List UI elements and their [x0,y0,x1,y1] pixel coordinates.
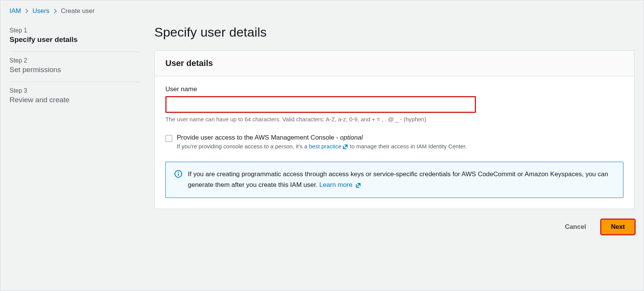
wizard-steps: Step 1 Specify user details Step 2 Set p… [10,22,139,234]
chevron-right-icon [25,8,29,14]
user-details-panel: User details User name The user name can… [154,50,634,209]
console-access-label: Provide user access to the AWS Managemen… [177,134,623,141]
step-title: Specify user details [10,35,139,44]
step-number: Step 3 [10,87,139,94]
step-title: Review and create [10,96,139,104]
info-alert: If you are creating programmatic access … [165,162,623,198]
next-button[interactable]: Next [601,220,634,234]
breadcrumb-iam[interactable]: IAM [10,7,21,15]
wizard-step-2[interactable]: Step 2 Set permissions [10,52,139,82]
wizard-step-1[interactable]: Step 1 Specify user details [10,22,139,52]
info-text: If you are creating programmatic access … [188,170,608,189]
step-number: Step 1 [10,27,139,34]
learn-more-link[interactable]: Learn more [319,181,361,188]
breadcrumb-current: Create user [61,7,95,15]
step-title: Set permissions [10,66,139,74]
step-number: Step 2 [10,57,139,64]
username-hint: The user name can have up to 64 characte… [165,116,623,122]
cancel-button[interactable]: Cancel [556,220,595,234]
external-link-icon [342,144,348,150]
username-label: User name [165,85,623,93]
wizard-footer: Cancel Next [154,209,634,234]
console-access-description: If you're providing console access to a … [177,142,623,151]
best-practice-link[interactable]: best practice [309,143,348,150]
external-link-icon [355,182,361,188]
breadcrumb-users[interactable]: Users [32,7,49,15]
username-input[interactable] [165,96,476,113]
panel-header: User details [155,51,634,76]
page-title: Specify user details [154,25,634,40]
main-content: Specify user details User details User n… [154,22,634,234]
svg-point-2 [178,172,179,172]
wizard-step-3[interactable]: Step 3 Review and create [10,82,139,112]
chevron-right-icon [53,8,57,14]
info-icon [174,170,183,179]
console-access-checkbox[interactable] [165,135,172,142]
breadcrumb: IAM Users Create user [10,7,634,22]
